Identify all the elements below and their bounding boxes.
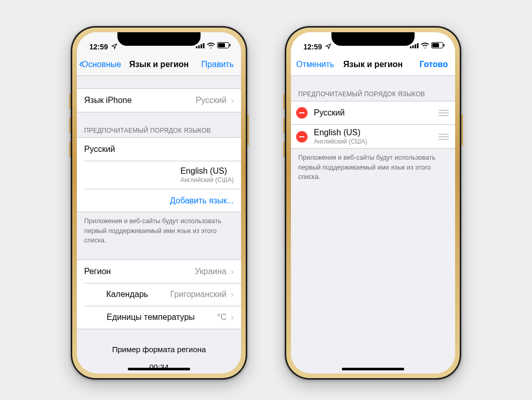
- minus-icon: [299, 112, 304, 113]
- svg-rect-6: [230, 44, 231, 47]
- nav-bar: ‹ Основные Язык и регион Править: [77, 53, 241, 76]
- delete-button[interactable]: [296, 107, 308, 119]
- iphone-device-left: 12:59: [71, 26, 247, 380]
- wifi-icon: [421, 42, 429, 50]
- example-title: Пример формата региона: [82, 345, 236, 354]
- language-row-russian[interactable]: Русский: [77, 138, 241, 161]
- add-language-button[interactable]: Добавить язык...: [84, 189, 241, 212]
- group-header-preferred-languages: ПРЕДПОЧИТАЕМЫЙ ПОРЯДОК ЯЗЫКОВ: [77, 112, 241, 137]
- cell-region[interactable]: Регион Украина ›: [77, 260, 241, 283]
- region-format-example: Пример формата региона 00:34 Четверг, 29…: [77, 329, 241, 373]
- cell-calendar[interactable]: Календарь Григорианский ›: [84, 283, 241, 306]
- language-subtitle: Английский (США): [314, 138, 367, 145]
- done-button[interactable]: Готово: [406, 60, 451, 69]
- cancel-label: Отменить: [296, 60, 334, 69]
- settings-scroll[interactable]: ПРЕДПОЧИТАЕМЫЙ ПОРЯДОК ЯЗЫКОВ Русский En…: [291, 76, 455, 373]
- language-name: English (US): [180, 166, 234, 176]
- cell-label: Регион: [84, 267, 111, 276]
- edit-label: Править: [202, 60, 234, 69]
- language-name: Русский: [314, 108, 344, 118]
- cell-label: Единицы температуры: [107, 313, 195, 322]
- svg-rect-2: [201, 44, 202, 48]
- edit-button[interactable]: Править: [192, 60, 237, 69]
- cancel-button[interactable]: Отменить: [292, 60, 337, 69]
- chevron-right-icon: ›: [231, 96, 234, 105]
- battery-icon: [217, 42, 231, 50]
- chevron-right-icon: ›: [231, 267, 234, 276]
- cell-value: Русский: [196, 96, 227, 105]
- cell-label: Календарь: [106, 290, 148, 299]
- chevron-right-icon: ›: [231, 290, 234, 299]
- svg-rect-7: [410, 46, 411, 48]
- cell-value: °C: [217, 313, 227, 322]
- svg-rect-5: [218, 43, 225, 47]
- cell-iphone-language[interactable]: Язык iPhone Русский ›: [77, 89, 241, 112]
- language-name: English (US): [314, 128, 367, 137]
- group-footer-languages: Приложения и веб-сайты будут использоват…: [77, 212, 241, 247]
- status-time: 12:59: [303, 43, 322, 51]
- nav-title: Язык и регион: [129, 60, 189, 69]
- notch: [331, 32, 415, 46]
- back-label: Основные: [82, 60, 121, 69]
- delete-button[interactable]: [296, 131, 308, 143]
- location-arrow-icon: [325, 43, 331, 51]
- drag-handle-icon[interactable]: [438, 110, 449, 116]
- home-indicator: [128, 368, 190, 370]
- language-edit-row-russian[interactable]: Русский: [291, 101, 455, 124]
- example-date: Четверг, 29 августа 2019 г.: [82, 373, 236, 373]
- language-name: Русский: [84, 145, 115, 154]
- nav-title: Язык и регион: [343, 60, 403, 69]
- chevron-right-icon: ›: [231, 313, 234, 322]
- cell-value: Украина: [195, 267, 227, 276]
- add-language-label: Добавить язык...: [170, 196, 234, 205]
- svg-rect-9: [415, 44, 416, 48]
- iphone-device-right: 12:59: [285, 26, 461, 380]
- svg-rect-13: [444, 44, 445, 47]
- settings-scroll[interactable]: Язык iPhone Русский › ПРЕДПОЧИТАЕМЫЙ ПОР…: [77, 76, 241, 373]
- notch: [117, 32, 201, 46]
- done-label: Готово: [420, 60, 448, 69]
- svg-rect-1: [198, 45, 200, 48]
- svg-rect-12: [432, 43, 439, 47]
- location-arrow-icon: [111, 43, 117, 51]
- home-indicator: [342, 368, 404, 370]
- back-button[interactable]: ‹ Основные: [78, 59, 123, 70]
- svg-rect-10: [417, 43, 419, 48]
- nav-bar: Отменить Язык и регион Готово: [291, 53, 455, 76]
- wifi-icon: [207, 42, 215, 50]
- svg-rect-0: [196, 46, 197, 48]
- minus-icon: [299, 136, 304, 137]
- group-header-preferred-languages: ПРЕДПОЧИТАЕМЫЙ ПОРЯДОК ЯЗЫКОВ: [291, 76, 455, 101]
- battery-icon: [431, 42, 445, 50]
- svg-rect-8: [413, 45, 414, 48]
- status-time: 12:59: [89, 43, 108, 51]
- language-subtitle: Английский (США): [180, 176, 234, 184]
- group-footer-languages: Приложения и веб-сайты будут использоват…: [291, 149, 455, 183]
- language-edit-row-english[interactable]: English (US) Английский (США): [291, 124, 455, 148]
- cell-label: Язык iPhone: [84, 96, 132, 105]
- cell-temperature-unit[interactable]: Единицы температуры °C ›: [84, 306, 241, 329]
- cell-value: Григорианский: [170, 290, 227, 299]
- example-time: 00:34: [82, 361, 236, 373]
- drag-handle-icon[interactable]: [438, 134, 449, 140]
- language-row-english[interactable]: English (US) Английский (США): [84, 161, 241, 189]
- svg-rect-3: [203, 43, 205, 48]
